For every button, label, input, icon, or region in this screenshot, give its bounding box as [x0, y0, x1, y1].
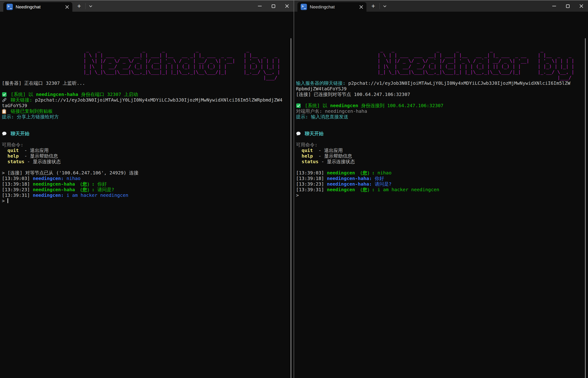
text-segment	[296, 159, 302, 164]
terminal-line	[296, 41, 588, 47]
terminal-line	[296, 19, 588, 24]
titlebar-right[interactable]: > Needingchat +	[294, 0, 588, 12]
text-segment	[2, 153, 7, 159]
text-segment: [系统] 以	[302, 103, 330, 108]
tabbar-divider	[380, 3, 380, 9]
terminal-line	[296, 30, 588, 36]
prompt-chevron: >	[296, 192, 299, 198]
chat-message-line: [13:39:03] needingcen: nihao	[2, 176, 294, 181]
maximize-icon	[272, 4, 275, 8]
text-segment: 聊天开始	[8, 131, 29, 136]
sender-name: needingcen-haha （您）:	[33, 187, 94, 192]
terminal-content-right[interactable]: _ _ _ _ _ _ | \ | | ___ ___ __| | ___| |…	[294, 12, 588, 378]
close-button[interactable]	[575, 0, 588, 12]
text-segment: - 退出应用	[19, 148, 49, 153]
ascii-art-row: |___/	[2, 75, 294, 80]
username: needingcen-haha	[36, 92, 78, 97]
sender-name: needingcen-haha （您）:	[33, 181, 94, 187]
text-segment: 链接已复制到剪贴板	[8, 108, 53, 114]
text-segment	[2, 159, 7, 164]
powershell-icon: >	[301, 4, 307, 10]
maximize-button[interactable]	[561, 0, 575, 12]
terminal-line	[296, 24, 588, 30]
message-text: 请问是?	[94, 187, 114, 192]
new-tab-button[interactable]: +	[369, 2, 377, 10]
text-segment: > [连接] 对等节点已从 ('100.64.247.106', 24929) …	[2, 170, 138, 176]
tab-close-icon[interactable]	[65, 5, 69, 9]
ascii-art-row: | |\ | __/ __/ (_| | (__| | | | (_| | ||…	[296, 64, 588, 69]
tab-needingchat[interactable]: > Needingchat	[3, 2, 72, 12]
chat-link-wrap-line: taGFoYSJ9	[2, 103, 294, 108]
system-start-line: [系统] 以 needingcen-haha 身份在端口 32307 上启动	[2, 92, 294, 97]
chat-message-line: [13:39:23] needingcen-haha: 请问是?	[296, 181, 588, 187]
text-segment: - 显示连接状态	[318, 159, 355, 164]
text-segment: | \ | | ___ ___ __| | ___| |__ __ _| |_ …	[2, 52, 280, 58]
close-button[interactable]	[280, 0, 294, 12]
tab-close-icon[interactable]	[359, 5, 363, 9]
scrollbar-right[interactable]	[585, 38, 586, 378]
prompt-chevron: >	[2, 198, 7, 203]
maximize-button[interactable]	[267, 0, 280, 12]
text-cursor	[7, 198, 8, 203]
ascii-art-row: _ _ _ _ _ _	[296, 47, 588, 52]
text-segment: | \ | | ___ ___ __| | ___| |__ __ _| |_ …	[296, 52, 574, 58]
text-segment: |_| \_|\___|\___|\__,_|\___|_| |_|\__,_|…	[296, 69, 574, 75]
titlebar-left[interactable]: > Needingchat +	[0, 0, 294, 12]
timestamp: [13:39:03]	[296, 170, 327, 176]
window-controls	[547, 0, 588, 12]
terminal-content-left[interactable]: _ _ _ _ _ _ | \ | | ___ ___ __| | ___| |…	[0, 12, 294, 378]
peer-connected-line: > [连接] 对等节点已从 ('100.64.247.106', 24929) …	[2, 170, 294, 176]
minimize-button[interactable]	[253, 0, 267, 12]
message-text: i am hacker needingcen	[375, 187, 439, 192]
terminal-line	[296, 36, 588, 41]
tab-dropdown-button[interactable]	[87, 2, 94, 10]
text-segment: 对端用户名: needingcen-haha	[296, 108, 367, 114]
text-segment: - 退出应用	[313, 148, 343, 153]
text-segment: - 显示帮助信息	[19, 153, 58, 159]
scrollbar-left[interactable]	[291, 38, 291, 378]
chat-link-url: p2pchat://v1/eyJob3N0IjoiMTAwLjY0LjI0Ny4…	[348, 80, 570, 86]
check-icon	[296, 103, 302, 108]
text-segment: [系统] 以	[8, 92, 36, 97]
ascii-art-row: _ _ _ _ _ _	[2, 47, 294, 52]
sender-name: needingcen （您）:	[327, 170, 375, 176]
close-icon	[579, 4, 583, 8]
minimize-button[interactable]	[547, 0, 561, 12]
command-name: quit	[7, 148, 19, 153]
text-segment: _ _ _ _ _ _	[2, 47, 280, 52]
tab-dropdown-button[interactable]	[381, 2, 388, 10]
text-segment: 可用命令:	[296, 142, 318, 148]
text-segment: - 显示连接状态	[24, 159, 61, 164]
terminal-line	[2, 86, 294, 92]
command-name: help	[302, 153, 313, 159]
terminal-line	[2, 41, 294, 47]
text-segment: | |\ | __/ __/ (_| | (__| | | | (_| | ||…	[2, 64, 280, 69]
text-segment: 聊天链接:	[11, 97, 35, 103]
sender-name: needingcen-haha:	[327, 176, 372, 181]
ascii-art-row: | \| |/ _ \/ _ \/ _` |/ __| '_ \ / _` | …	[296, 58, 588, 64]
message-text: 你好	[372, 176, 384, 181]
minimize-icon	[258, 6, 262, 6]
ascii-art-row: | \ | | ___ ___ __| | ___| |__ __ _| |_ …	[296, 52, 588, 58]
text-segment: 提示: 输入消息直接发送	[296, 114, 348, 120]
connected-line: [连接] 已连接到对等节点 100.64.247.106:32307	[296, 92, 588, 97]
link-input-wrap-line: RpbmdjZW4taGFoYSJ9	[296, 86, 588, 92]
ascii-art-row: |___/	[296, 75, 588, 80]
chat-link-url: taGFoYSJ9	[2, 103, 27, 108]
new-tab-button[interactable]: +	[75, 2, 83, 10]
terminal-line	[2, 125, 294, 131]
hint-line: 提示: 输入消息直接发送	[296, 114, 588, 120]
speech-icon	[296, 131, 302, 136]
clipboard-icon	[2, 109, 8, 114]
terminal-line	[2, 13, 294, 19]
maximize-icon	[566, 4, 570, 8]
terminal-line	[296, 136, 588, 142]
terminal-line	[2, 24, 294, 30]
terminal-window-left: > Needingchat + _ _ _ _ _ _	[0, 0, 294, 378]
command-status: status - 显示连接状态	[296, 159, 588, 164]
command-name: help	[7, 153, 19, 159]
ascii-art-row: | |\ | __/ __/ (_| | (__| | | | (_| | ||…	[2, 64, 294, 69]
command-quit: quit - 退出应用	[2, 148, 294, 153]
tab-needingchat[interactable]: > Needingchat	[297, 2, 366, 12]
text-segment: |___/	[296, 75, 574, 80]
